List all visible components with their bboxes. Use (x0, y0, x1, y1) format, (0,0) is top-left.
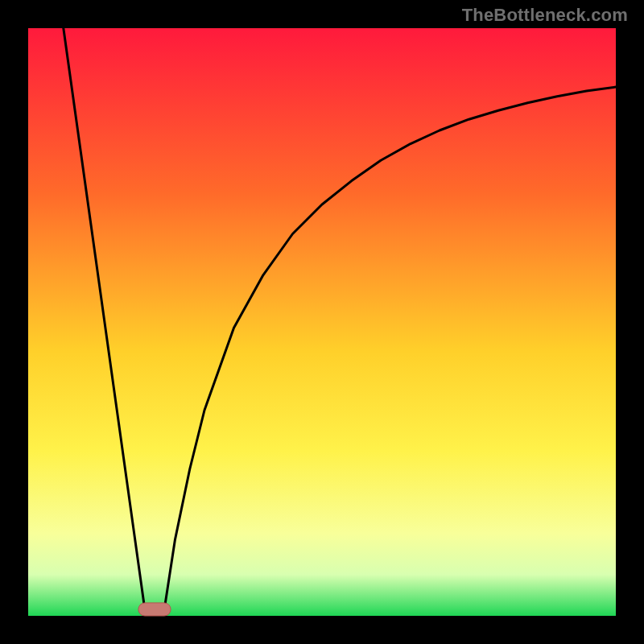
gradient-plot-area (28, 28, 616, 616)
optimal-marker (138, 603, 171, 616)
chart-frame: TheBottleneck.com (0, 0, 644, 644)
bottleneck-chart-svg (0, 0, 644, 644)
attribution-text: TheBottleneck.com (462, 5, 628, 26)
